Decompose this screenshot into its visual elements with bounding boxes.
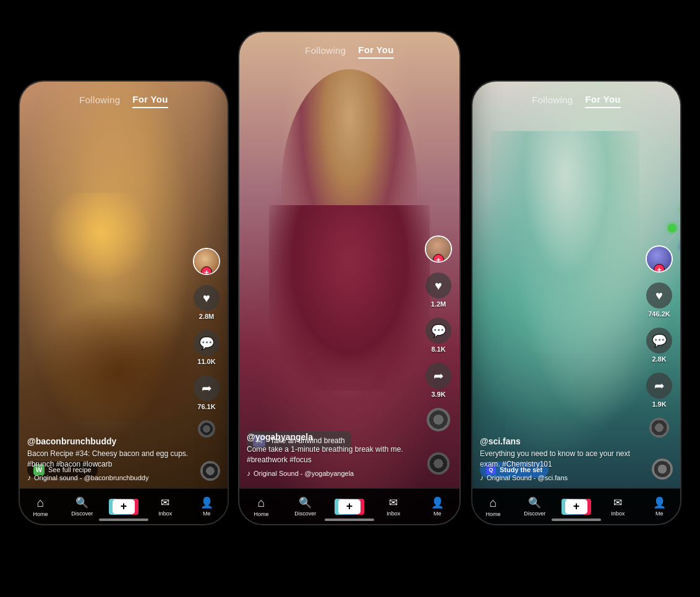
music-note-left: ♪: [27, 473, 31, 482]
music-row-right: ♪ Original Sound - @sci.fans: [480, 473, 643, 482]
add-inner-right: +: [565, 499, 587, 514]
home-icon-center: ⌂: [258, 496, 265, 510]
nav-discover-left[interactable]: 🔍 Discover: [67, 496, 98, 517]
nav-add-center[interactable]: +: [334, 499, 365, 515]
heart-icon-right: ♥: [646, 282, 672, 308]
phone-center-screen: Following For You + ♥ 1.2M 💬 8.1K ➦ 3.9K: [239, 32, 459, 524]
home-label-right: Home: [486, 511, 501, 517]
inbox-label-center: Inbox: [386, 510, 400, 517]
for-you-tab-center[interactable]: For You: [358, 42, 393, 59]
nav-inbox-center[interactable]: ✉ Inbox: [378, 496, 409, 517]
share-btn-center[interactable]: ➦ 3.9K: [425, 363, 451, 398]
bottom-info-center: @yogabyangela Come take a 1-minute breat…: [247, 432, 422, 478]
comment-icon-left: 💬: [194, 330, 220, 356]
nav-me-right[interactable]: 👤 Me: [644, 496, 675, 517]
nav-discover-right[interactable]: 🔍 Discover: [519, 496, 550, 517]
phone-right-screen: Following For You + ♥ 746.2K 💬 2.8K ➦ 1.…: [472, 82, 680, 524]
add-btn-center[interactable]: +: [337, 499, 362, 515]
share-btn-right[interactable]: ➦ 1.9K: [646, 373, 672, 408]
comment-icon-right: 💬: [646, 328, 672, 354]
home-label-center: Home: [254, 511, 269, 517]
like-btn-right[interactable]: ♥ 746.2K: [646, 282, 672, 318]
spinning-disc-left: [200, 461, 220, 481]
nav-add-right[interactable]: +: [561, 499, 592, 515]
music-disc-left: [198, 420, 215, 438]
follow-plus-left[interactable]: +: [201, 266, 212, 275]
share-icon-center: ➦: [425, 363, 451, 389]
phone-left: Following For You + ♥ 2.8M 💬 11.0K ➦ 76.…: [19, 80, 229, 525]
phone-right: Following For You + ♥ 746.2K 💬 2.8K ➦ 1.…: [471, 80, 681, 525]
share-icon-left: ➦: [194, 375, 220, 401]
comment-count-center: 8.1K: [431, 345, 445, 353]
comment-btn-right[interactable]: 💬 2.8K: [646, 328, 672, 363]
share-btn-left[interactable]: ➦ 76.1K: [194, 375, 220, 410]
top-nav-left: Following For You: [20, 82, 228, 108]
music-note-center: ♪: [247, 469, 250, 478]
nav-inbox-right[interactable]: ✉ Inbox: [602, 496, 633, 517]
me-icon-left: 👤: [200, 496, 213, 509]
nav-me-center[interactable]: 👤 Me: [422, 496, 453, 517]
comment-btn-center[interactable]: 💬 8.1K: [425, 318, 451, 353]
home-icon-right: ⌂: [490, 496, 497, 510]
description-center: Come take a 1-minute breathing break wit…: [247, 444, 422, 465]
discover-icon-center: 🔍: [299, 496, 312, 509]
avatar-btn-center[interactable]: +: [425, 235, 452, 263]
nav-discover-center[interactable]: 🔍 Discover: [290, 496, 321, 517]
avatar-btn-right[interactable]: +: [646, 245, 673, 273]
following-tab-left[interactable]: Following: [79, 92, 120, 108]
home-indicator-left: [99, 519, 148, 521]
music-text-left: Original sound - @baconbrunchbuddy: [34, 474, 148, 481]
nav-add-left[interactable]: +: [108, 499, 139, 515]
music-text-right: Original Sound - @sci.fans: [487, 474, 568, 481]
share-count-left: 76.1K: [197, 403, 215, 410]
me-icon-right: 👤: [653, 496, 666, 509]
add-btn-left[interactable]: +: [111, 499, 136, 515]
follow-plus-center[interactable]: +: [433, 254, 444, 263]
inbox-icon-center: ✉: [389, 496, 398, 509]
like-count-right: 746.2K: [648, 310, 670, 318]
bottom-info-right: @sci.fans Everything you need to know to…: [480, 436, 643, 482]
me-label-left: Me: [203, 510, 211, 517]
discover-label-right: Discover: [524, 510, 545, 517]
nav-home-left[interactable]: ⌂ Home: [25, 496, 56, 517]
phone-center: Following For You + ♥ 1.2M 💬 8.1K ➦ 3.9K: [238, 31, 461, 525]
avatar-center: +: [425, 235, 452, 263]
like-count-center: 1.2M: [431, 300, 446, 308]
nav-home-right[interactable]: ⌂ Home: [478, 496, 509, 517]
add-btn-right[interactable]: +: [564, 499, 589, 515]
avatar-left: +: [193, 248, 220, 275]
avatar-right: +: [646, 245, 673, 273]
top-nav-center: Following For You: [239, 32, 459, 59]
right-actions-center: + ♥ 1.2M 💬 8.1K ➦ 3.9K: [425, 235, 452, 431]
discover-icon-right: 🔍: [528, 496, 541, 509]
right-actions-left: + ♥ 2.8M 💬 11.0K ➦ 76.1K: [193, 248, 220, 438]
like-count-left: 2.8M: [199, 313, 214, 320]
following-tab-right[interactable]: Following: [532, 92, 573, 108]
nav-inbox-left[interactable]: ✉ Inbox: [150, 496, 181, 517]
discover-label-center: Discover: [294, 510, 316, 517]
for-you-tab-left[interactable]: For You: [132, 91, 168, 108]
home-icon-left: ⌂: [37, 496, 45, 510]
comment-btn-left[interactable]: 💬 11.0K: [194, 330, 220, 365]
music-row-left: ♪ Original sound - @baconbrunchbuddy: [27, 473, 190, 482]
for-you-tab-right[interactable]: For You: [585, 91, 620, 108]
nav-me-left[interactable]: 👤 Me: [191, 496, 222, 517]
share-count-right: 1.9K: [652, 400, 666, 408]
username-right: @sci.fans: [480, 436, 643, 446]
home-label-left: Home: [33, 511, 48, 517]
inbox-icon-left: ✉: [161, 496, 169, 509]
follow-plus-right[interactable]: +: [654, 264, 665, 273]
heart-icon-center: ♥: [425, 273, 451, 298]
music-note-right: ♪: [480, 473, 484, 482]
description-left: Bacon Recipe #34: Cheesy bacon and egg c…: [27, 449, 190, 470]
inbox-icon-right: ✉: [613, 496, 622, 509]
like-btn-left[interactable]: ♥ 2.8M: [194, 285, 220, 320]
nav-home-center[interactable]: ⌂ Home: [246, 496, 277, 517]
home-indicator-center: [325, 519, 374, 521]
like-btn-center[interactable]: ♥ 1.2M: [425, 273, 451, 308]
music-disc-center: [427, 408, 450, 431]
following-tab-center[interactable]: Following: [305, 43, 346, 58]
username-left: @baconbrunchbuddy: [27, 436, 190, 446]
avatar-btn-left[interactable]: +: [193, 248, 220, 275]
me-label-center: Me: [433, 510, 442, 517]
